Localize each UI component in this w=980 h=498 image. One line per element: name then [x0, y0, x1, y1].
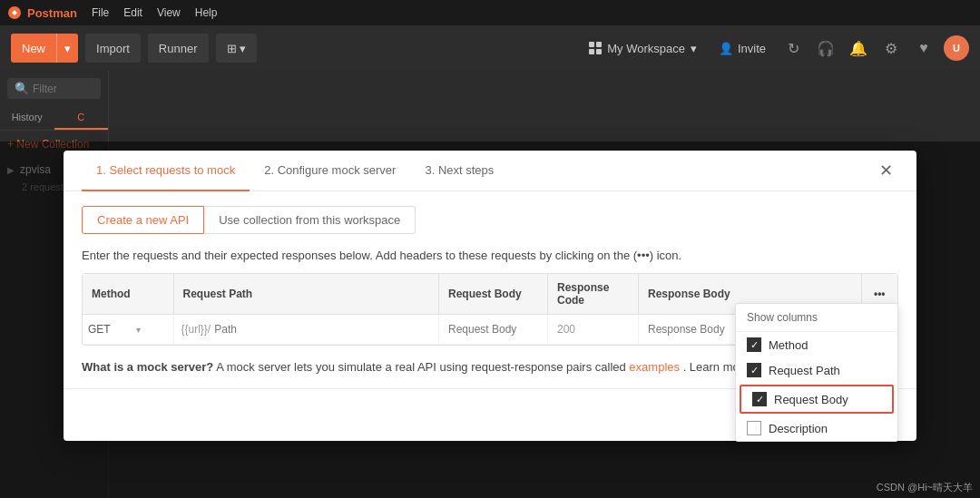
workspace-label: My Workspace: [607, 42, 685, 55]
show-col-description[interactable]: Description: [736, 415, 897, 441]
method-label: Method: [769, 338, 808, 352]
search-icon: 🔍: [15, 82, 29, 95]
show-col-body[interactable]: ✓ Request Body: [740, 385, 894, 414]
app-logo: Postman: [7, 5, 77, 20]
body-checkbox[interactable]: ✓: [752, 392, 767, 406]
headphone-icon[interactable]: 🎧: [813, 35, 838, 61]
toolbar-icons: ↻ 🎧 🔔 ⚙ ♥ U: [780, 35, 969, 61]
watermark: CSDN @Hi~晴天大羊: [877, 481, 973, 494]
menu-edit[interactable]: Edit: [123, 6, 142, 19]
method-cell: GET POST PUT DELETE ▾: [83, 315, 173, 345]
modal: 1. Select requests to mock 2. Configure …: [64, 151, 916, 441]
invite-button[interactable]: 👤 Invite: [711, 38, 773, 59]
sidebar-tab-history[interactable]: History: [0, 106, 54, 130]
notification-icon[interactable]: 🔔: [846, 35, 871, 61]
api-toggle: Create a new API Use collection from thi…: [82, 206, 898, 234]
menu-help[interactable]: Help: [195, 6, 218, 19]
settings-icon[interactable]: ⚙: [878, 35, 904, 61]
runner-button[interactable]: Runner: [148, 34, 209, 63]
new-button[interactable]: New ▾: [11, 34, 78, 63]
workspace-icon: [589, 42, 602, 54]
workspace-chevron: ▾: [691, 42, 697, 55]
mock-info-title: What is a mock server?: [82, 360, 213, 374]
examples-link[interactable]: examples: [629, 360, 680, 374]
heart-icon[interactable]: ♥: [911, 35, 936, 61]
invite-label: Invite: [738, 42, 766, 55]
body-input[interactable]: [439, 315, 547, 344]
col-path: Request Path: [173, 274, 438, 315]
new-dropdown-arrow[interactable]: ▾: [57, 34, 78, 63]
modal-tab-3[interactable]: 3. Next steps: [410, 151, 508, 191]
path-label: Request Path: [769, 364, 840, 377]
method-arrow-icon: ▾: [136, 325, 141, 335]
path-input[interactable]: [214, 323, 431, 336]
modal-tab-2[interactable]: 2. Configure mock server: [250, 151, 410, 191]
code-cell: [547, 315, 638, 345]
body-cell: [438, 315, 547, 345]
menu-view[interactable]: View: [157, 6, 181, 19]
modal-body: Create a new API Use collection from thi…: [64, 191, 916, 388]
show-columns-dropdown: Show columns ✓ Method ✓ Request Path ✓ R…: [735, 303, 898, 442]
description-checkbox[interactable]: [747, 421, 761, 435]
invite-icon: 👤: [719, 42, 733, 55]
modal-overlay: 1. Select requests to mock 2. Configure …: [0, 142, 980, 498]
workspace-selector[interactable]: My Workspace ▾: [582, 38, 704, 59]
more-options-icon[interactable]: •••: [874, 288, 886, 300]
create-new-api-button[interactable]: Create a new API: [82, 206, 204, 234]
code-input[interactable]: [548, 315, 638, 344]
avatar[interactable]: U: [944, 35, 969, 61]
menu-items: File Edit View Help: [92, 6, 218, 19]
instruction-text: Enter the requests and their expected re…: [82, 249, 898, 262]
modal-header: 1. Select requests to mock 2. Configure …: [64, 151, 916, 191]
request-table-wrapper: Method Request Path Request Body Respons…: [82, 273, 898, 346]
mock-info-text: A mock server lets you simulate a real A…: [216, 360, 629, 374]
show-columns-title: Show columns: [736, 304, 897, 332]
path-prefix: {{url}}/: [181, 323, 211, 336]
description-label: Description: [769, 422, 828, 435]
menu-bar: Postman File Edit View Help: [0, 0, 980, 25]
sidebar-tab-collections[interactable]: C: [54, 106, 109, 130]
sidebar-tabs: History C: [0, 106, 108, 131]
col-body: Request Body: [438, 274, 547, 315]
app-name: Postman: [27, 6, 77, 20]
path-checkbox[interactable]: ✓: [747, 363, 761, 377]
use-collection-button[interactable]: Use collection from this workspace: [204, 206, 416, 234]
import-button[interactable]: Import: [85, 34, 141, 63]
col-code: Response Code: [547, 274, 638, 315]
col-method: Method: [83, 274, 173, 315]
modal-close-button[interactable]: ✕: [873, 158, 898, 183]
search-input[interactable]: [33, 83, 93, 95]
method-select[interactable]: GET POST PUT DELETE: [83, 315, 136, 344]
show-col-method[interactable]: ✓ Method: [736, 332, 897, 357]
show-col-path[interactable]: ✓ Request Path: [736, 357, 897, 383]
method-checkbox[interactable]: ✓: [747, 337, 761, 352]
main-layout: 🔍 History C + New Collection ▶ zpvisa 2 …: [0, 71, 980, 498]
layout-button[interactable]: ⊞ ▾: [216, 34, 258, 63]
new-button-label: New: [11, 34, 57, 63]
toolbar: New ▾ Import Runner ⊞ ▾ My Workspace ▾ 👤…: [0, 25, 980, 71]
refresh-icon[interactable]: ↻: [780, 35, 806, 61]
modal-tab-1[interactable]: 1. Select requests to mock: [82, 151, 250, 191]
body-label: Request Body: [774, 393, 848, 406]
path-cell: {{url}}/: [173, 315, 438, 345]
menu-file[interactable]: File: [92, 6, 109, 19]
sidebar-search: 🔍: [0, 71, 108, 106]
